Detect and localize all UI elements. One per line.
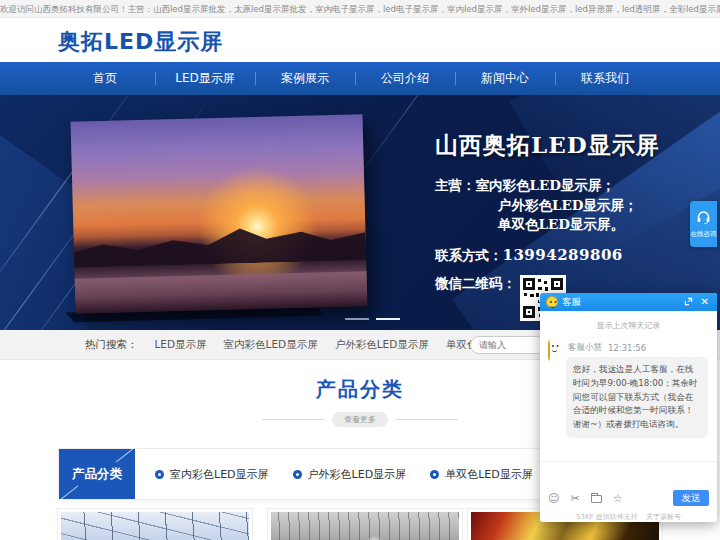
product-photo-warehouse-screen [271,512,459,540]
category-item-indoor[interactable]: 室内彩色LED显示屏 [155,467,269,482]
category-item-label: 户外彩色LED显示屏 [308,467,407,482]
divider-line [262,419,324,420]
hero-line-2: 户外彩色LED显示屏； [435,196,695,216]
headset-icon [696,209,711,228]
hero-title: 山西奥拓LED显示屏 [435,130,695,161]
chat-header[interactable]: 客服 ✕ [540,293,717,311]
nav-item-home[interactable]: 首页 [55,62,155,95]
hero-contact: 联系方式：13994289806 [435,246,695,265]
popout-icon[interactable] [682,297,695,308]
nav-item-contact[interactable]: 联系我们 [555,62,655,95]
emoji-icon[interactable]: ☺ [548,493,559,504]
contact-label: 联系方式： [435,247,503,263]
site-logo[interactable]: 奥拓LED显示屏 [58,27,223,57]
hot-search-label: 热门搜索： [85,338,138,352]
chat-widget: 客服 ✕ 显示上次聊天记录 客服小慧 12:31:56 您好，我这边是人工客服，… [540,293,717,522]
product-image-card-2[interactable] [267,508,463,540]
nav-item-company[interactable]: 公司介绍 [355,62,455,95]
star-icon[interactable]: ☆ [613,493,623,504]
category-item-outdoor[interactable]: 户外彩色LED显示屏 [293,467,407,482]
hero-business-lines: 主营：室内彩色LED显示屏； 户外彩色LED显示屏； 单双色LED显示屏。 [435,176,695,235]
agent-name: 客服小慧 [568,342,602,354]
bullet-dot-icon [430,470,439,479]
product-image-card-1[interactable] [57,508,253,540]
phone-number: 13994289806 [503,246,623,264]
chat-agent-row: 客服小慧 12:31:56 [548,341,646,355]
agent-avatar-icon [548,341,562,355]
chat-message-bubble: 您好，我这边是人工客服，在线时间为早9:00-晚18:00；其余时间您可以留下联… [566,357,708,438]
hero-text-block: 山西奥拓LED显示屏 主营：室内彩色LED显示屏； 户外彩色LED显示屏； 单双… [435,130,695,321]
nav-item-news[interactable]: 新闻中心 [455,62,555,95]
page: 欢迎访问山西奥拓科技有限公司！主营：山西led显示屏批发，太原led显示屏批发，… [0,0,720,540]
led-screen-sunset-image [71,114,368,314]
send-button[interactable]: 发送 [673,490,709,506]
header: 奥拓LED显示屏 [0,18,720,62]
category-bar-title: 产品分类 [59,449,135,499]
nav-item-cases[interactable]: 案例展示 [255,62,355,95]
bullet-dot-icon [155,470,164,479]
chat-footer: 53KF 提供软件支持 关于该账号 [540,512,717,522]
close-icon[interactable]: ✕ [699,297,711,307]
online-consult-button[interactable]: 在线咨询 [690,201,717,247]
carousel-dot-2-active[interactable] [376,318,400,320]
message-time: 12:31:56 [608,343,646,353]
chat-footer-provider[interactable]: 53KF 提供软件支持 [576,513,638,521]
qr-label: 微信二维码： [435,275,516,321]
sunset-water [75,272,368,314]
divider-line [396,419,458,420]
nav-item-led-display[interactable]: LED显示屏 [155,62,255,95]
sunset-mountains [73,210,366,268]
category-item-dual-color[interactable]: 单双色LED显示屏 [430,467,533,482]
bullet-dot-icon [293,470,302,479]
top-welcome-bar: 欢迎访问山西奥拓科技有限公司！主营：山西led显示屏批发，太原led显示屏批发，… [0,0,720,18]
search-input[interactable] [470,336,546,354]
chat-footer-about-link[interactable]: 关于该账号 [646,513,681,521]
chat-avatar-icon [546,296,558,308]
scissors-icon[interactable]: ✂ [570,493,579,504]
chat-input-divider [540,461,717,462]
hot-search-link-3[interactable]: 户外彩色LED显示屏 [335,338,429,352]
product-photo-ceiling-screen [61,512,249,540]
view-more-button[interactable]: 查看更多 [332,412,388,427]
hero-line-3: 单双色LED显示屏。 [435,215,695,235]
chat-history-link[interactable]: 显示上次聊天记录 [540,320,717,331]
folder-icon[interactable] [591,495,602,503]
main-nav: 首页 LED显示屏 案例展示 公司介绍 新闻中心 联系我们 [0,62,720,95]
category-item-label: 室内彩色LED显示屏 [170,467,269,482]
hot-search-link-1[interactable]: LED显示屏 [155,338,207,352]
category-item-label: 单双色LED显示屏 [445,467,533,482]
online-consult-label: 在线咨询 [691,230,717,239]
hero-line-1: 主营：室内彩色LED显示屏； [435,176,695,196]
carousel-dot-1[interactable] [345,318,369,320]
hot-search-link-2[interactable]: 室内彩色LED显示屏 [224,338,318,352]
chat-toolbar: ☺ ✂ ☆ [548,493,623,504]
chat-title: 客服 [562,296,678,309]
